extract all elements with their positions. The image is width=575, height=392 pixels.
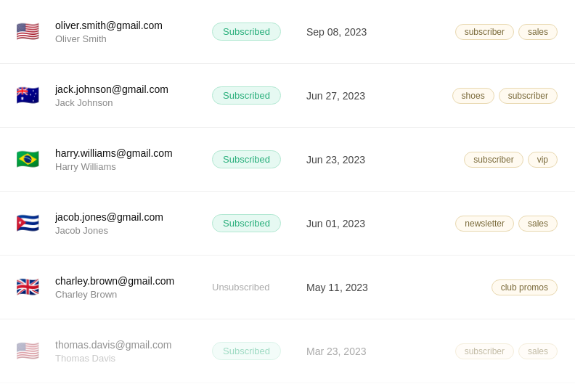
- tags-column: newslettersales: [401, 216, 563, 232]
- status-column: Unsubscribed: [212, 279, 306, 295]
- status-badge: Subscribed: [212, 23, 281, 41]
- table-row[interactable]: 🇦🇺jack.johnson@gmail.comJack JohnsonSubs…: [0, 64, 575, 128]
- name-text: Charley Brown: [55, 289, 212, 300]
- tags-column: subscribersales: [401, 343, 563, 359]
- table-row[interactable]: 🇧🇷harry.williams@gmail.comHarry Williams…: [0, 128, 575, 192]
- tags-column: subscribersales: [401, 24, 563, 40]
- avatar: 🇺🇸: [12, 335, 44, 367]
- contact-info: harry.williams@gmail.comHarry Williams: [44, 147, 212, 172]
- tag-badge[interactable]: subscriber: [464, 152, 523, 168]
- email-text: oliver.smith@gmail.com: [55, 20, 212, 31]
- date-column: Jun 23, 2023: [306, 154, 401, 166]
- tag-badge[interactable]: newsletter: [455, 216, 514, 232]
- contact-info: jacob.jones@gmail.comJacob Jones: [44, 211, 212, 236]
- tag-badge[interactable]: sales: [518, 343, 558, 359]
- tags-column: subscribervip: [401, 152, 563, 168]
- tag-badge[interactable]: sales: [518, 24, 558, 40]
- name-text: Harry Williams: [55, 161, 212, 172]
- avatar: 🇬🇧: [12, 271, 44, 303]
- status-column: Subscribed: [212, 86, 306, 105]
- date-column: Sep 08, 2023: [306, 26, 401, 38]
- date-column: May 11, 2023: [306, 282, 401, 293]
- tag-badge[interactable]: vip: [528, 152, 558, 168]
- tags-column: club promos: [401, 279, 563, 295]
- date-column: Jun 01, 2023: [306, 218, 401, 229]
- email-text: charley.brown@gmail.com: [55, 275, 212, 287]
- avatar: 🇨🇺: [12, 208, 44, 240]
- name-text: Jacob Jones: [55, 225, 212, 236]
- date-column: Mar 23, 2023: [306, 346, 401, 357]
- avatar: 🇺🇸: [12, 16, 44, 48]
- tag-badge[interactable]: club promos: [492, 279, 558, 295]
- email-text: jack.johnson@gmail.com: [55, 83, 212, 95]
- tag-badge[interactable]: subscriber: [455, 24, 514, 40]
- status-badge: Subscribed: [212, 214, 281, 232]
- date-column: Jun 27, 2023: [306, 90, 401, 102]
- table-row[interactable]: 🇺🇸thomas.davis@gmail.comThomas DavisSubs…: [0, 319, 575, 383]
- status-badge: Subscribed: [212, 150, 281, 168]
- status-badge: Unsubscribed: [212, 279, 270, 295]
- name-text: Oliver Smith: [55, 33, 212, 44]
- avatar: 🇦🇺: [12, 80, 44, 112]
- tag-badge[interactable]: subscriber: [499, 88, 558, 104]
- table-row[interactable]: 🇺🇸oliver.smith@gmail.comOliver SmithSubs…: [0, 0, 575, 64]
- contact-info: thomas.davis@gmail.comThomas Davis: [44, 339, 212, 364]
- email-text: thomas.davis@gmail.com: [55, 339, 212, 351]
- status-column: Subscribed: [212, 214, 306, 232]
- table-row[interactable]: 🇬🇧charley.brown@gmail.comCharley BrownUn…: [0, 256, 575, 319]
- contacts-table: 🇺🇸oliver.smith@gmail.comOliver SmithSubs…: [0, 0, 575, 383]
- status-column: Subscribed: [212, 23, 306, 41]
- contact-info: charley.brown@gmail.comCharley Brown: [44, 275, 212, 300]
- tags-column: shoessubscriber: [401, 88, 563, 104]
- status-badge: Subscribed: [212, 86, 281, 105]
- tag-badge[interactable]: sales: [518, 216, 558, 232]
- status-column: Subscribed: [212, 342, 306, 360]
- email-text: jacob.jones@gmail.com: [55, 211, 212, 223]
- status-badge: Subscribed: [212, 342, 281, 360]
- email-text: harry.williams@gmail.com: [55, 147, 212, 159]
- contact-info: oliver.smith@gmail.comOliver Smith: [44, 20, 212, 44]
- table-row[interactable]: 🇨🇺jacob.jones@gmail.comJacob JonesSubscr…: [0, 192, 575, 256]
- name-text: Jack Johnson: [55, 97, 212, 108]
- name-text: Thomas Davis: [55, 353, 212, 364]
- tag-badge[interactable]: subscriber: [455, 343, 514, 359]
- tag-badge[interactable]: shoes: [452, 88, 494, 104]
- status-column: Subscribed: [212, 150, 306, 168]
- avatar: 🇧🇷: [12, 144, 44, 176]
- contact-info: jack.johnson@gmail.comJack Johnson: [44, 83, 212, 108]
